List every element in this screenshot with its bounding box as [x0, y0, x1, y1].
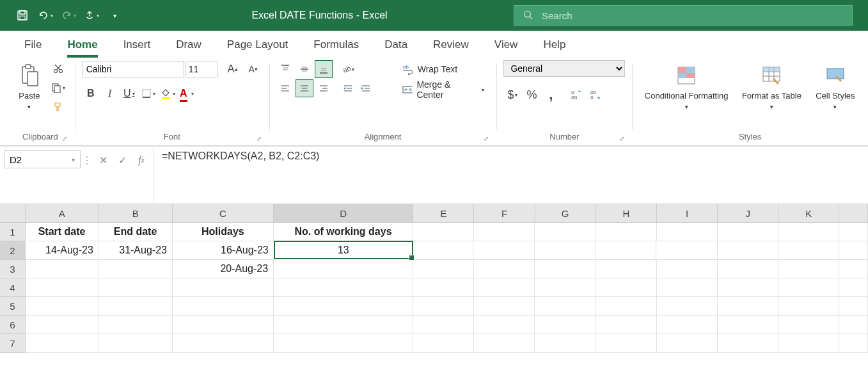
cell-K1[interactable] — [778, 223, 839, 241]
cell-G6[interactable] — [535, 316, 596, 334]
italic-button[interactable]: I — [101, 84, 119, 102]
font-launcher[interactable]: ⤢ — [255, 134, 264, 143]
cell-G5[interactable] — [535, 297, 596, 316]
col-header-B[interactable]: B — [99, 204, 173, 222]
cell-J1[interactable] — [718, 223, 778, 241]
cell-B1[interactable]: End date — [99, 223, 173, 241]
cell-styles-button[interactable]: Cell Styles ▾ — [810, 60, 861, 113]
col-header-C[interactable]: C — [173, 204, 274, 222]
cell-H6[interactable] — [596, 316, 657, 334]
currency-button[interactable]: $▾ — [503, 86, 521, 104]
cell-C2[interactable]: 16-Aug-23 — [173, 241, 274, 260]
cell-G7[interactable] — [535, 334, 596, 353]
cell-L2[interactable] — [839, 241, 868, 260]
align-right-button[interactable] — [315, 79, 333, 97]
align-center-button[interactable] — [296, 79, 313, 97]
fill-color-button[interactable]: ▾ — [159, 84, 177, 102]
tab-file[interactable]: File — [12, 33, 54, 56]
cell-K2[interactable] — [778, 241, 839, 260]
border-button[interactable]: ▾ — [139, 84, 157, 102]
cell-C6[interactable] — [173, 316, 274, 334]
cell-D3[interactable] — [274, 260, 413, 278]
cell-J2[interactable] — [718, 241, 778, 260]
cell-F5[interactable] — [474, 297, 535, 316]
cell-E6[interactable] — [413, 316, 474, 334]
col-header-F[interactable]: F — [474, 204, 535, 222]
name-box[interactable]: D2 ▾ — [4, 150, 81, 168]
bold-button[interactable]: B — [82, 84, 100, 102]
align-top-button[interactable] — [276, 60, 294, 78]
cell-A7[interactable] — [26, 334, 99, 353]
row-header-1[interactable]: 1 — [0, 223, 26, 241]
tab-help[interactable]: Help — [530, 33, 578, 56]
cell-G1[interactable] — [535, 223, 596, 241]
paste-button[interactable]: Paste ▾ — [13, 60, 46, 113]
formula-input[interactable]: =NETWORKDAYS(A2, B2, C2:C3) — [162, 150, 860, 162]
cell-F7[interactable] — [474, 334, 535, 353]
cell-K3[interactable] — [778, 260, 839, 278]
select-all-corner[interactable] — [0, 204, 26, 222]
font-color-button[interactable]: A▾ — [178, 84, 196, 102]
cell-I4[interactable] — [657, 278, 718, 297]
conditional-formatting-button[interactable]: Conditional Formatting ▾ — [639, 60, 734, 113]
clipboard-launcher[interactable]: ⤢ — [60, 134, 69, 143]
col-header-H[interactable]: H — [596, 204, 657, 222]
row-header-5[interactable]: 5 — [0, 297, 26, 316]
cut-button[interactable] — [49, 60, 68, 77]
cell-H5[interactable] — [596, 297, 657, 316]
tab-page-layout[interactable]: Page Layout — [214, 33, 301, 56]
cell-F2[interactable] — [473, 241, 534, 260]
cell-E3[interactable] — [413, 260, 474, 278]
cell-G4[interactable] — [535, 278, 596, 297]
col-header-A[interactable]: A — [26, 204, 99, 222]
row-header-2[interactable]: 2 — [0, 241, 26, 260]
cell-L7[interactable] — [839, 334, 868, 353]
tab-insert[interactable]: Insert — [111, 33, 164, 56]
cell-C7[interactable] — [173, 334, 274, 353]
cell-D7[interactable] — [274, 334, 413, 353]
tab-draw[interactable]: Draw — [163, 33, 214, 56]
number-launcher[interactable]: ⤢ — [617, 134, 626, 143]
orientation-button[interactable]: ab▾ — [339, 60, 357, 78]
cell-H4[interactable] — [596, 278, 657, 297]
comma-button[interactable]: , — [542, 86, 560, 104]
wrap-text-button[interactable]: ab Wrap Text — [397, 60, 490, 78]
col-header-L[interactable] — [839, 204, 868, 222]
formula-input-container[interactable]: =NETWORKDAYS(A2, B2, C2:C3) — [154, 147, 868, 204]
cell-I7[interactable] — [657, 334, 718, 353]
cell-K5[interactable] — [778, 297, 839, 316]
tab-view[interactable]: View — [482, 33, 531, 56]
cell-J6[interactable] — [718, 316, 778, 334]
font-size-input[interactable] — [185, 61, 217, 77]
cell-D1[interactable]: No. of working days — [274, 223, 413, 241]
decrease-font-button[interactable]: A▾ — [244, 60, 262, 78]
cell-J5[interactable] — [718, 297, 778, 316]
cell-J4[interactable] — [718, 278, 778, 297]
cell-G2[interactable] — [535, 241, 596, 260]
increase-font-button[interactable]: A▴ — [224, 60, 242, 78]
insert-function-button[interactable]: fx — [132, 152, 151, 168]
cell-E2[interactable] — [413, 241, 473, 260]
cell-J3[interactable] — [718, 260, 778, 278]
cell-A6[interactable] — [26, 316, 99, 334]
align-bottom-button[interactable] — [315, 60, 333, 78]
cell-E4[interactable] — [413, 278, 474, 297]
cell-A1[interactable]: Start date — [26, 223, 99, 241]
col-header-K[interactable]: K — [778, 204, 839, 222]
cell-C4[interactable] — [173, 278, 274, 297]
cell-D4[interactable] — [274, 278, 413, 297]
percent-button[interactable]: % — [523, 86, 541, 104]
row-header-3[interactable]: 3 — [0, 260, 26, 278]
cell-K6[interactable] — [778, 316, 839, 334]
cell-I1[interactable] — [657, 223, 718, 241]
decrease-decimal-button[interactable]: .00.0 — [587, 86, 604, 104]
cell-D2[interactable]: 13 — [274, 241, 413, 259]
cell-D5[interactable] — [274, 297, 413, 316]
decrease-indent-button[interactable] — [339, 79, 357, 97]
cell-A4[interactable] — [26, 278, 99, 297]
search-box[interactable] — [514, 5, 853, 26]
col-header-G[interactable]: G — [535, 204, 596, 222]
redo-button[interactable]: ▾ — [58, 5, 79, 26]
cell-H3[interactable] — [596, 260, 657, 278]
cell-F1[interactable] — [474, 223, 535, 241]
